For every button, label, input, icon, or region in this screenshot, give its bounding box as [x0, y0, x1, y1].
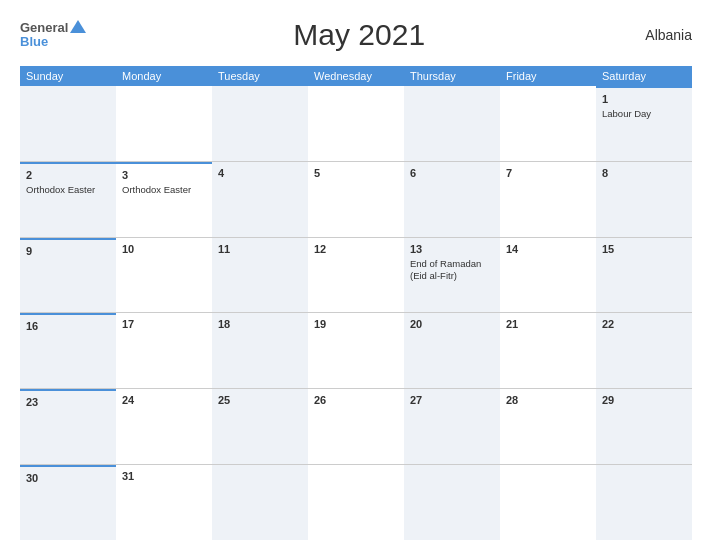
cell-w6-sun: 30: [20, 465, 116, 540]
cell-w6-mon: 31: [116, 465, 212, 540]
cell-w3-fri: 14: [500, 238, 596, 313]
day-22: 22: [602, 318, 686, 330]
day-2: 2: [26, 169, 110, 181]
cell-w2-wed: 5: [308, 162, 404, 237]
cell-w4-wed: 19: [308, 313, 404, 388]
day-21: 21: [506, 318, 590, 330]
day-18: 18: [218, 318, 302, 330]
header: General Blue May 2021 Albania: [20, 18, 692, 52]
day-28: 28: [506, 394, 590, 406]
cell-w5-thu: 27: [404, 389, 500, 464]
calendar-body: 1 Labour Day 2 Orthodox Easter 3 Orthodo…: [20, 86, 692, 540]
country-label: Albania: [632, 27, 692, 43]
day-15: 15: [602, 243, 686, 255]
day-10: 10: [122, 243, 206, 255]
cell-w6-thu: [404, 465, 500, 540]
cell-w3-thu: 13 End of Ramadan(Eid al-Fitr): [404, 238, 500, 313]
cell-w2-tue: 4: [212, 162, 308, 237]
logo: General Blue: [20, 21, 86, 50]
day-16: 16: [26, 320, 110, 332]
cell-w3-tue: 11: [212, 238, 308, 313]
cell-w4-fri: 21: [500, 313, 596, 388]
cell-w3-sun: 9: [20, 238, 116, 313]
week-3: 9 10 11 12 13 End of Ramadan(Eid al-Fitr…: [20, 238, 692, 314]
cell-w3-mon: 10: [116, 238, 212, 313]
day-3: 3: [122, 169, 206, 181]
day-7: 7: [506, 167, 590, 179]
week-6: 30 31: [20, 465, 692, 540]
cell-w4-sun: 16: [20, 313, 116, 388]
calendar-header: Sunday Monday Tuesday Wednesday Thursday…: [20, 66, 692, 86]
day-6: 6: [410, 167, 494, 179]
week-5: 23 24 25 26 27 28 29: [20, 389, 692, 465]
day-11: 11: [218, 243, 302, 255]
cell-w1-sun: [20, 86, 116, 161]
cell-w4-thu: 20: [404, 313, 500, 388]
day-25: 25: [218, 394, 302, 406]
cell-w4-sat: 22: [596, 313, 692, 388]
day-9: 9: [26, 245, 110, 257]
cell-w1-tue: [212, 86, 308, 161]
cell-w2-sun: 2 Orthodox Easter: [20, 162, 116, 237]
week-1: 1 Labour Day: [20, 86, 692, 162]
logo-general-text: General: [20, 21, 68, 35]
day-4: 4: [218, 167, 302, 179]
header-wednesday: Wednesday: [308, 66, 404, 86]
day-30: 30: [26, 472, 110, 484]
day-23: 23: [26, 396, 110, 408]
cell-w2-fri: 7: [500, 162, 596, 237]
day-1: 1: [602, 93, 686, 105]
cell-w3-sat: 15: [596, 238, 692, 313]
day-26: 26: [314, 394, 398, 406]
cell-w2-sat: 8: [596, 162, 692, 237]
cell-w5-fri: 28: [500, 389, 596, 464]
header-saturday: Saturday: [596, 66, 692, 86]
week-2: 2 Orthodox Easter 3 Orthodox Easter 4 5 …: [20, 162, 692, 238]
header-thursday: Thursday: [404, 66, 500, 86]
cell-w1-thu: [404, 86, 500, 161]
header-monday: Monday: [116, 66, 212, 86]
day-19: 19: [314, 318, 398, 330]
day-5: 5: [314, 167, 398, 179]
header-sunday: Sunday: [20, 66, 116, 86]
day-29: 29: [602, 394, 686, 406]
event-labour-day: Labour Day: [602, 108, 651, 119]
day-27: 27: [410, 394, 494, 406]
cell-w6-tue: [212, 465, 308, 540]
cell-w5-sun: 23: [20, 389, 116, 464]
day-8: 8: [602, 167, 686, 179]
header-tuesday: Tuesday: [212, 66, 308, 86]
cell-w6-fri: [500, 465, 596, 540]
cell-w2-thu: 6: [404, 162, 500, 237]
week-4: 16 17 18 19 20 21 22: [20, 313, 692, 389]
event-eid-al-fitr: End of Ramadan(Eid al-Fitr): [410, 258, 481, 281]
day-14: 14: [506, 243, 590, 255]
event-orthodox-easter-sun: Orthodox Easter: [26, 184, 95, 195]
event-orthodox-easter-mon: Orthodox Easter: [122, 184, 191, 195]
day-12: 12: [314, 243, 398, 255]
day-17: 17: [122, 318, 206, 330]
day-13: 13: [410, 243, 494, 255]
page: General Blue May 2021 Albania Sunday Mon…: [0, 0, 712, 550]
cell-w5-wed: 26: [308, 389, 404, 464]
cell-w6-wed: [308, 465, 404, 540]
cell-w6-sat: [596, 465, 692, 540]
day-24: 24: [122, 394, 206, 406]
header-friday: Friday: [500, 66, 596, 86]
cell-w1-sat: 1 Labour Day: [596, 86, 692, 161]
calendar-title: May 2021: [86, 18, 632, 52]
day-20: 20: [410, 318, 494, 330]
logo-triangle-icon: [70, 20, 86, 33]
cell-w1-fri: [500, 86, 596, 161]
cell-w1-wed: [308, 86, 404, 161]
day-31: 31: [122, 470, 206, 482]
cell-w1-mon: [116, 86, 212, 161]
calendar: Sunday Monday Tuesday Wednesday Thursday…: [20, 66, 692, 540]
logo-blue-text: Blue: [20, 35, 86, 49]
cell-w3-wed: 12: [308, 238, 404, 313]
cell-w5-tue: 25: [212, 389, 308, 464]
cell-w2-mon: 3 Orthodox Easter: [116, 162, 212, 237]
cell-w4-tue: 18: [212, 313, 308, 388]
cell-w5-mon: 24: [116, 389, 212, 464]
cell-w5-sat: 29: [596, 389, 692, 464]
